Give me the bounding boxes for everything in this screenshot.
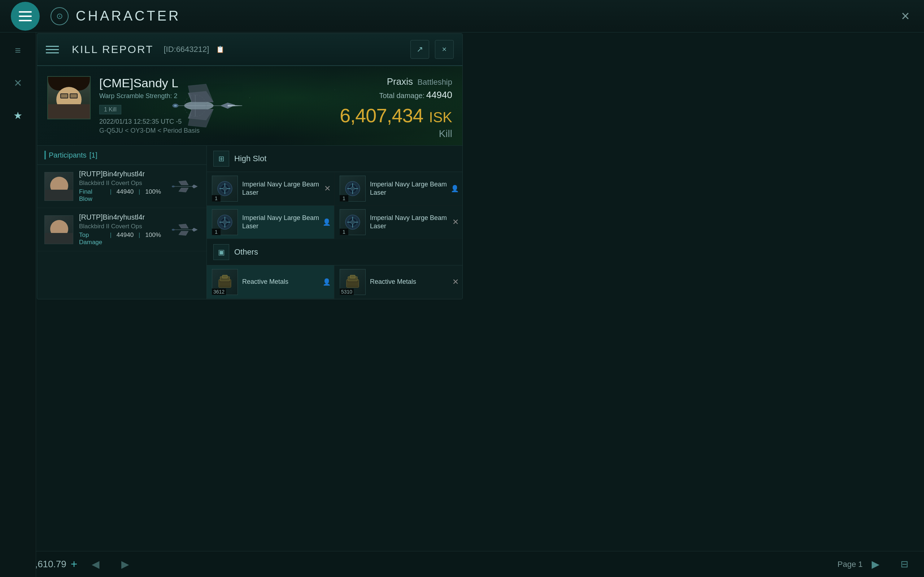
item-name: Reactive Metals <box>242 278 329 286</box>
item-name: Imperial Navy Large Beam Laser <box>370 214 457 231</box>
export-button[interactable]: ↗ <box>410 40 429 59</box>
stat-label: Final Blow <box>79 188 105 203</box>
ship-name: Praxis <box>387 76 413 87</box>
item-count: 1 <box>212 195 221 201</box>
item-cell[interactable]: 1 Imperial Navy Large Beam Laser ✕ <box>207 172 334 206</box>
separator: ◀ <box>92 558 100 570</box>
svg-point-24 <box>223 220 227 224</box>
high-slot-header: ⊞ High Slot <box>207 146 462 172</box>
kill-report-header: KILL REPORT [ID:6643212] 📋 ↗ × <box>37 34 462 66</box>
close-window-button[interactable]: × <box>435 40 454 59</box>
svg-rect-38 <box>222 275 228 278</box>
item-cross-action[interactable]: ✕ <box>452 277 459 287</box>
page-navigation: Page 1 ▶ ⊟ <box>837 556 913 573</box>
participant-ship: Blackbird II Covert Ops <box>79 180 161 187</box>
page-label: Page 1 <box>837 560 863 569</box>
item-name: Imperial Navy Large Beam Laser <box>242 214 329 231</box>
participant-ship-icon <box>167 219 199 240</box>
item-cell[interactable]: 5310 Reactive Metals ✕ <box>334 266 462 299</box>
item-cell[interactable]: 1 Imperial Navy Large Beam Laser 👤 <box>207 206 334 239</box>
kill-stats: Praxis Battleship Total damage: 44940 6,… <box>340 76 452 140</box>
content-area: Participants [1] [RUTP]Bin4ryhustl4r Bla… <box>37 145 462 299</box>
others-title: Others <box>234 247 258 257</box>
damage-row: Total damage: 44940 <box>340 89 452 101</box>
item-count: 1 <box>340 229 348 235</box>
participant-row[interactable]: [RUTP]Bin4ryhustl4r Blackbird II Covert … <box>37 165 207 208</box>
item-icon-wrap: 1 <box>212 176 238 201</box>
victim-kill-tag: 1 Kill <box>99 105 121 114</box>
item-cell[interactable]: 1 Imperial Navy Large Beam Laser 👤 <box>334 172 462 206</box>
participant-stats: Final Blow | 44940 | 100% <box>79 188 161 203</box>
kill-report-window: KILL REPORT [ID:6643212] 📋 ↗ × <box>37 33 463 299</box>
item-icon-wrap: 1 <box>340 176 366 201</box>
hamburger-button[interactable] <box>11 2 40 31</box>
item-person-action[interactable]: 👤 <box>451 185 459 193</box>
item-count: 1 <box>340 195 348 201</box>
high-slot-items: 1 Imperial Navy Large Beam Laser ✕ <box>207 172 462 239</box>
item-name: Reactive Metals <box>370 278 457 286</box>
svg-point-10 <box>223 187 227 191</box>
left-sidebar: ≡ ✕ ★ <box>0 32 36 577</box>
item-icon-wrap: 1 <box>212 209 238 235</box>
stat-label: Top Damage <box>79 232 105 246</box>
stat-damage: 44940 <box>116 232 134 246</box>
svg-rect-43 <box>350 275 355 278</box>
kill-report-id: [ID:6643212] <box>163 45 209 54</box>
wallet-add-button[interactable]: + <box>71 558 78 571</box>
svg-point-7 <box>172 229 175 230</box>
item-icon-wrap: 3612 <box>212 269 238 295</box>
stat-damage: 44940 <box>116 188 134 203</box>
header-actions: ↗ × <box>410 40 454 59</box>
hamburger-icon <box>19 11 32 21</box>
participants-title: Participants <box>49 151 87 160</box>
app-title-area: ⊙ CHARACTER <box>50 7 181 25</box>
victim-avatar <box>47 76 90 119</box>
participant-info: [RUTP]Bin4ryhustl4r Blackbird II Covert … <box>79 170 161 203</box>
separator2: ▶ <box>121 558 129 570</box>
item-count: 3612 <box>212 288 226 295</box>
high-slot-title: High Slot <box>234 154 267 163</box>
item-icon-wrap: 1 <box>340 209 366 235</box>
others-items: 3612 Reactive Metals 👤 <box>207 266 462 299</box>
next-page-button[interactable]: ▶ <box>867 556 884 573</box>
sidebar-item-close[interactable]: ✕ <box>7 72 29 94</box>
participant-name: [RUTP]Bin4ryhustl4r <box>79 170 161 178</box>
stat-percent: 100% <box>145 188 161 203</box>
item-cell[interactable]: 1 Imperial Navy Large Beam Laser ✕ <box>334 206 462 239</box>
damage-value: 44940 <box>426 89 452 100</box>
item-count: 1 <box>212 229 221 235</box>
app-close-button[interactable]: × <box>898 4 913 28</box>
item-cross-action[interactable]: ✕ <box>324 184 331 193</box>
sidebar-item-star[interactable]: ★ <box>7 105 29 126</box>
participants-panel: Participants [1] [RUTP]Bin4ryhustl4r Bla… <box>37 146 207 299</box>
item-cross-action[interactable]: ✕ <box>452 218 459 227</box>
kill-report-title: KILL REPORT <box>72 43 153 56</box>
header-menu-button[interactable] <box>46 42 65 57</box>
participant-ship: Blackbird II Covert Ops <box>79 223 161 230</box>
item-name: Imperial Navy Large Beam Laser <box>242 180 329 197</box>
item-person-action[interactable]: 👤 <box>323 218 331 226</box>
item-count: 5310 <box>340 288 354 295</box>
item-person-action[interactable]: 👤 <box>323 278 331 286</box>
participants-header: Participants [1] <box>37 146 207 165</box>
participant-avatar <box>44 215 73 244</box>
svg-point-6 <box>172 185 175 187</box>
ship-type: Battleship <box>417 77 452 87</box>
high-slot-icon: ⊞ <box>213 151 229 167</box>
item-icon-wrap: 5310 <box>340 269 366 295</box>
isk-unit: ISK <box>429 109 452 126</box>
copy-icon[interactable]: 📋 <box>216 45 224 53</box>
item-name: Imperial Navy Large Beam Laser <box>370 180 457 197</box>
character-icon: ⊙ <box>50 7 69 25</box>
isk-row: 6,407,434 ISK <box>340 104 452 127</box>
sidebar-item-menu[interactable]: ≡ <box>7 40 29 61</box>
bottom-bar: ▦ 40,610.79 + ◀ ▶ Page 1 ▶ ⊟ <box>0 551 924 577</box>
svg-point-17 <box>351 187 355 191</box>
header-accent-bar <box>44 151 46 160</box>
item-cell[interactable]: 3612 Reactive Metals 👤 <box>207 266 334 299</box>
others-header: ▣ Others <box>207 239 462 266</box>
items-panel: ⊞ High Slot <box>207 146 462 299</box>
participant-row[interactable]: [RUTP]Bin4ryhustl4r Blackbird II Covert … <box>37 208 207 251</box>
ship-name-type: Praxis Battleship <box>340 76 452 87</box>
filter-button[interactable]: ⊟ <box>896 556 913 573</box>
